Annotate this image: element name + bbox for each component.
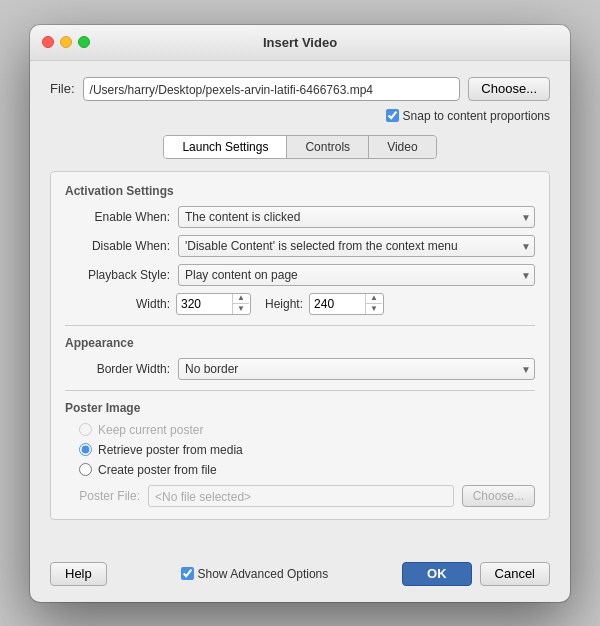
width-input-wrap: 320 ▲ ▼ [176, 293, 251, 315]
traffic-lights [42, 36, 90, 48]
create-poster-radio[interactable] [79, 463, 92, 476]
maximize-button[interactable] [78, 36, 90, 48]
retrieve-poster-label: Retrieve poster from media [98, 443, 243, 457]
playback-style-row: Playback Style: Play content on page ▼ [65, 264, 535, 286]
playback-style-label: Playback Style: [65, 268, 170, 282]
tab-controls[interactable]: Controls [287, 136, 369, 158]
enable-when-label: Enable When: [65, 210, 170, 224]
create-poster-label: Create poster from file [98, 463, 217, 477]
retrieve-poster-row: Retrieve poster from media [79, 443, 535, 457]
minimize-button[interactable] [60, 36, 72, 48]
keep-current-label: Keep current poster [98, 423, 203, 437]
close-button[interactable] [42, 36, 54, 48]
divider-1 [65, 325, 535, 326]
keep-current-radio[interactable] [79, 423, 92, 436]
retrieve-poster-radio[interactable] [79, 443, 92, 456]
show-advanced-label: Show Advanced Options [198, 567, 329, 581]
width-increment-button[interactable]: ▲ [233, 294, 249, 305]
height-label: Height: [265, 297, 303, 311]
border-width-select[interactable]: No border [178, 358, 535, 380]
window-title: Insert Video [263, 35, 337, 50]
border-width-row: Border Width: No border ▼ [65, 358, 535, 380]
disable-when-row: Disable When: 'Disable Content' is selec… [65, 235, 535, 257]
width-input[interactable]: 320 [177, 297, 232, 311]
show-advanced-checkbox[interactable] [181, 567, 194, 580]
height-decrement-button[interactable]: ▼ [366, 304, 382, 314]
height-input-wrap: 240 ▲ ▼ [309, 293, 384, 315]
tabs-container: Launch Settings Controls Video [163, 135, 436, 159]
tab-video[interactable]: Video [369, 136, 435, 158]
ok-button[interactable]: OK [402, 562, 472, 586]
choose-file-button[interactable]: Choose... [468, 77, 550, 101]
enable-when-select[interactable]: The content is clicked [178, 206, 535, 228]
playback-style-select[interactable]: Play content on page [178, 264, 535, 286]
poster-file-input[interactable]: <No file selected> [148, 485, 454, 507]
snap-checkbox[interactable] [386, 109, 399, 122]
poster-choose-button[interactable]: Choose... [462, 485, 535, 507]
height-input[interactable]: 240 [310, 297, 365, 311]
enable-when-row: Enable When: The content is clicked ▼ [65, 206, 535, 228]
poster-file-row: Poster File: <No file selected> Choose..… [65, 485, 535, 507]
width-label: Width: [65, 297, 170, 311]
appearance-section-title: Appearance [65, 336, 535, 350]
dialog-window: Insert Video File: /Users/harry/Desktop/… [30, 25, 570, 602]
border-width-label: Border Width: [65, 362, 170, 376]
width-spinner: ▲ ▼ [232, 294, 249, 314]
disable-when-select[interactable]: 'Disable Content' is selected from the c… [178, 235, 535, 257]
disable-when-label: Disable When: [65, 239, 170, 253]
playback-style-select-wrapper: Play content on page ▼ [178, 264, 535, 286]
help-button[interactable]: Help [50, 562, 107, 586]
file-input[interactable]: /Users/harry/Desktop/pexels-arvin-latifi… [83, 77, 461, 101]
height-increment-button[interactable]: ▲ [366, 294, 382, 305]
snap-row: Snap to content proportions [50, 109, 550, 123]
titlebar: Insert Video [30, 25, 570, 61]
width-decrement-button[interactable]: ▼ [233, 304, 249, 314]
tab-launch-settings[interactable]: Launch Settings [164, 136, 287, 158]
main-content: File: /Users/harry/Desktop/pexels-arvin-… [30, 61, 570, 552]
disable-when-select-wrapper: 'Disable Content' is selected from the c… [178, 235, 535, 257]
divider-2 [65, 390, 535, 391]
poster-file-label: Poster File: [65, 489, 140, 503]
height-spinner: ▲ ▼ [365, 294, 382, 314]
settings-panel: Activation Settings Enable When: The con… [50, 171, 550, 520]
create-poster-row: Create poster from file [79, 463, 535, 477]
border-width-select-wrapper: No border ▼ [178, 358, 535, 380]
snap-label: Snap to content proportions [403, 109, 550, 123]
keep-current-row: Keep current poster [79, 423, 535, 437]
enable-when-select-wrapper: The content is clicked ▼ [178, 206, 535, 228]
cancel-button[interactable]: Cancel [480, 562, 550, 586]
footer-center: Show Advanced Options [115, 567, 394, 581]
dimensions-row: Width: 320 ▲ ▼ Height: 240 ▲ ▼ [65, 293, 535, 315]
file-label: File: [50, 81, 75, 96]
poster-section-title: Poster Image [65, 401, 535, 415]
activation-section-title: Activation Settings [65, 184, 535, 198]
file-row: File: /Users/harry/Desktop/pexels-arvin-… [50, 77, 550, 101]
tabs-row: Launch Settings Controls Video [50, 135, 550, 159]
footer: Help Show Advanced Options OK Cancel [30, 552, 570, 602]
